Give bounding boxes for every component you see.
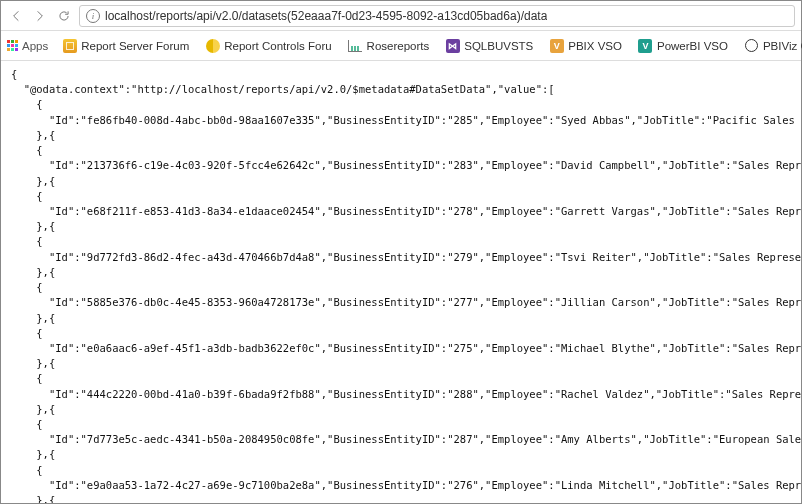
address-bar[interactable]: i localhost/reports/api/v2.0/datasets(52…: [79, 5, 795, 27]
pbix-yellow-icon: V: [549, 38, 564, 53]
toolbar: i localhost/reports/api/v2.0/datasets(52…: [1, 1, 801, 31]
vs-purple-icon: ⋈: [445, 38, 460, 53]
bookmark-label: PBIViz Git: [763, 40, 802, 52]
github-icon: [744, 38, 759, 53]
site-info-icon[interactable]: i: [86, 9, 100, 23]
bookmarks-bar: Apps Report Server Forum Report Controls…: [1, 31, 801, 61]
bookmark-pbix-vso[interactable]: V PBIX VSO: [543, 36, 628, 55]
bookmark-report-server-forum[interactable]: Report Server Forum: [56, 36, 195, 55]
bookmark-label: Rosereports: [367, 40, 430, 52]
bookmark-powerbi-vso[interactable]: V PowerBI VSO: [632, 36, 734, 55]
bookmark-label: Report Server Forum: [81, 40, 189, 52]
bookmark-pbiviz-git[interactable]: PBIViz Git: [738, 36, 802, 55]
url-text: localhost/reports/api/v2.0/datasets(52ea…: [105, 9, 547, 23]
apps-icon[interactable]: [7, 38, 18, 53]
bookmark-sqlbuvsts[interactable]: ⋈ SQLBUVSTS: [439, 36, 539, 55]
bookmark-label: PBIX VSO: [568, 40, 622, 52]
bookmark-label: SQLBUVSTS: [464, 40, 533, 52]
browser-window: i localhost/reports/api/v2.0/datasets(52…: [0, 0, 802, 504]
apps-label[interactable]: Apps: [22, 40, 48, 52]
report-controls-icon: [205, 38, 220, 53]
chart-icon: [348, 38, 363, 53]
nav-back-button[interactable]: [7, 7, 25, 25]
powerbi-teal-icon: V: [638, 38, 653, 53]
reload-button[interactable]: [55, 7, 73, 25]
bookmark-label: PowerBI VSO: [657, 40, 728, 52]
json-response-body: { "@odata.context":"http://localhost/rep…: [1, 61, 801, 503]
bookmark-rosereports[interactable]: Rosereports: [342, 36, 436, 55]
nav-forward-button[interactable]: [31, 7, 49, 25]
bookmark-report-controls-forum[interactable]: Report Controls Foru: [199, 36, 337, 55]
bookmark-label: Report Controls Foru: [224, 40, 331, 52]
report-server-icon: [62, 38, 77, 53]
